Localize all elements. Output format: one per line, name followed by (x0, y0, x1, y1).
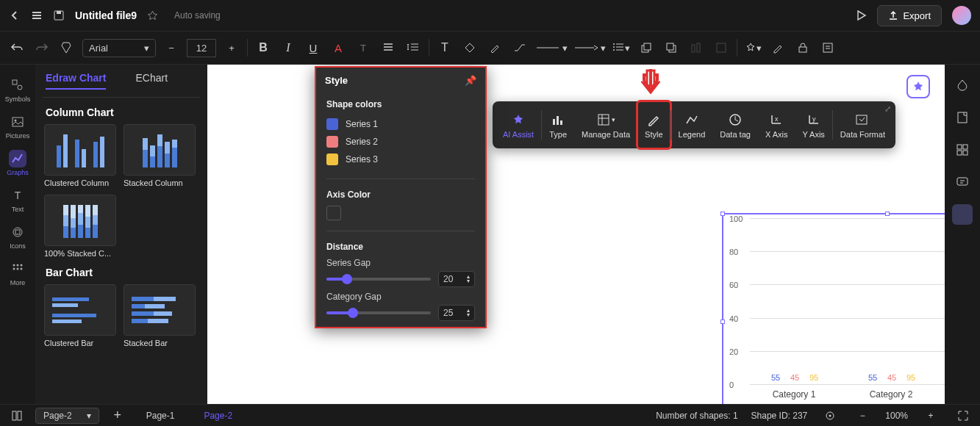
shape-count: Number of shapes: 1 (656, 411, 737, 421)
rail-text[interactable]: TText (0, 182, 35, 217)
star-icon[interactable] (147, 10, 158, 21)
tab-edraw-chart[interactable]: Edraw Chart (46, 72, 106, 90)
svg-point-17 (18, 85, 22, 90)
line-spacing-button[interactable] (404, 38, 423, 57)
ctx-data-tag[interactable]: Data tag (712, 101, 758, 148)
rail-icons[interactable]: Icons (0, 219, 35, 254)
align-objects-icon[interactable] (687, 38, 706, 57)
font-size-input[interactable]: 12 (187, 39, 216, 57)
list-button[interactable]: ▾ (612, 38, 631, 57)
lock-icon[interactable] (793, 38, 812, 57)
pages-panel-icon[interactable] (7, 406, 26, 425)
series-color-1[interactable]: Series 1 (326, 115, 475, 133)
grid-icon[interactable] (952, 140, 973, 160)
text-tool-button[interactable]: T (435, 38, 454, 57)
svg-rect-43 (18, 411, 21, 420)
right-rail (945, 65, 980, 404)
underline-button[interactable]: U (304, 38, 323, 57)
style-panel-title: Style (325, 75, 348, 86)
format-painter-icon[interactable] (57, 38, 76, 57)
line-style-button[interactable]: ▾ (535, 38, 568, 57)
category-gap-input[interactable]: 25▴▾ (438, 305, 475, 321)
save-icon[interactable] (53, 10, 65, 21)
svg-point-26 (17, 268, 19, 270)
series-color-2[interactable]: Series 2 (326, 133, 475, 151)
ctx-y-axis[interactable]: yY Axis (795, 101, 831, 148)
properties-icon[interactable] (818, 38, 837, 57)
ctx-manage-data[interactable]: ▾Manage Data (574, 101, 637, 148)
ctx-ai-assist[interactable]: AI Assist (496, 101, 541, 148)
category-gap-slider[interactable] (326, 311, 431, 314)
thumb-clustered-column[interactable]: Clustered Column (44, 124, 116, 187)
redo-icon[interactable] (32, 38, 51, 57)
thumb-stacked-bar[interactable]: Stacked Bar (124, 284, 196, 347)
distribute-icon[interactable] (712, 38, 731, 57)
font-color-button[interactable]: A (329, 38, 348, 57)
x-category: Category 1 (773, 389, 816, 400)
text-highlight-button[interactable]: T (354, 38, 373, 57)
selected-right-tool[interactable] (952, 204, 973, 225)
zoom-out-button[interactable]: − (853, 406, 872, 425)
thumb-clustered-bar[interactable]: Clustered Bar (44, 284, 116, 347)
theme-icon[interactable] (952, 75, 973, 95)
svg-rect-21 (15, 230, 20, 234)
zoom-in-button[interactable]: + (921, 406, 940, 425)
svg-rect-42 (12, 411, 16, 420)
undo-icon[interactable] (7, 38, 26, 57)
thumb-stacked-column[interactable]: Stacked Column (124, 124, 196, 187)
rail-more[interactable]: More (0, 256, 35, 291)
distance-title: Distance (326, 242, 475, 252)
layer-front-icon[interactable] (662, 38, 681, 57)
increase-size-button[interactable]: + (222, 38, 241, 57)
layer-back-icon[interactable] (637, 38, 656, 57)
align-button[interactable] (379, 38, 398, 57)
ctx-legend[interactable]: Legend (671, 101, 713, 148)
tab-echart[interactable]: EChart (135, 72, 168, 90)
shape-colors-title: Shape colors (326, 99, 475, 109)
svg-rect-14 (799, 47, 806, 52)
rail-graphs[interactable]: Graphs (0, 145, 35, 181)
page-tab-1[interactable]: Page-1 (136, 408, 185, 423)
ctx-data-format[interactable]: Data Format (833, 101, 893, 148)
ctx-x-axis[interactable]: xX Axis (758, 101, 795, 148)
rail-pictures[interactable]: Pictures (0, 109, 35, 144)
arrow-style-button[interactable]: ▾ (573, 38, 606, 57)
page-tab-2[interactable]: Page-2 (193, 408, 243, 423)
chart-object[interactable]: 0 20 40 60 80 100 55 45 95 55 45 95 55 4… (722, 213, 980, 426)
series-color-3[interactable]: Series 3 (326, 151, 475, 168)
fill-button[interactable] (460, 38, 479, 57)
back-icon[interactable] (9, 10, 21, 21)
page-setup-icon[interactable] (952, 107, 973, 128)
fullscreen-icon[interactable] (954, 406, 973, 425)
series-gap-input[interactable]: 20▴▾ (438, 271, 475, 287)
fit-icon[interactable] (820, 406, 840, 425)
export-label: Export (903, 10, 931, 21)
ctx-type[interactable]: Type (542, 101, 574, 148)
ai-assist-corner-button[interactable] (906, 75, 930, 98)
page-select[interactable]: Page-2▾ (35, 408, 99, 424)
svg-rect-36 (958, 112, 967, 123)
connector-button[interactable] (510, 38, 529, 57)
pin-icon[interactable]: 📌 (465, 75, 476, 86)
menu-icon[interactable] (31, 10, 43, 21)
thumb-100-stacked-column[interactable]: 100% Stacked C... (44, 195, 116, 258)
svg-point-4 (613, 43, 615, 45)
series-gap-slider[interactable] (326, 278, 431, 281)
ctx-style[interactable]: Style (637, 101, 670, 148)
edit-icon[interactable] (768, 38, 787, 57)
brush-button[interactable] (485, 38, 504, 57)
play-icon[interactable] (855, 10, 867, 21)
decrease-size-button[interactable]: − (162, 38, 181, 57)
font-select[interactable]: Arial▾ (82, 39, 156, 57)
rail-symbols[interactable]: Symbols (0, 72, 35, 107)
comment-icon[interactable] (952, 172, 973, 192)
add-page-button[interactable]: + (108, 406, 127, 425)
bold-button[interactable]: B (254, 38, 273, 57)
axis-color-swatch[interactable] (326, 206, 341, 220)
avatar[interactable] (952, 6, 971, 25)
italic-button[interactable]: I (279, 38, 298, 57)
magic-icon[interactable]: ▾ (743, 38, 762, 57)
x-category: Category 2 (870, 389, 913, 400)
ctx-pin-icon[interactable]: ⤢ (884, 104, 891, 114)
export-button[interactable]: Export (877, 5, 942, 26)
